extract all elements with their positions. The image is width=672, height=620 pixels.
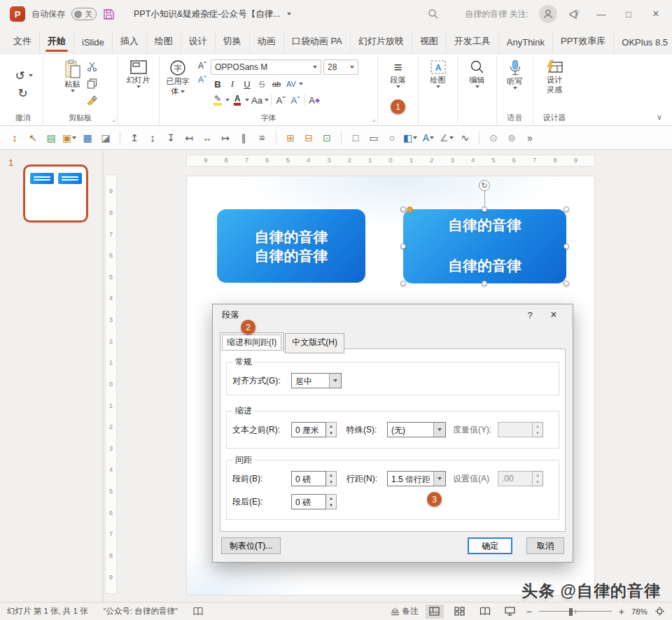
- shape-fill-icon[interactable]: ◧: [402, 130, 418, 146]
- autosave-toggle[interactable]: 关: [71, 8, 97, 20]
- tab-asian-typography[interactable]: 中文版式(H): [285, 333, 344, 353]
- paste-button[interactable]: 粘贴: [62, 58, 84, 94]
- merge-shapes-1-icon[interactable]: ⊙: [486, 130, 501, 146]
- lasso-select-icon[interactable]: ∿: [457, 130, 472, 146]
- before-text-spinner[interactable]: 0 厘米 ▲▼: [291, 422, 337, 437]
- avatar[interactable]: [539, 5, 557, 23]
- edit-button[interactable]: 编辑: [468, 58, 487, 90]
- character-spacing-dropdown-icon[interactable]: [299, 83, 303, 85]
- title-dropdown-icon[interactable]: [287, 13, 291, 15]
- before-paragraph-spinner[interactable]: 0 磅 ▲▼: [291, 471, 337, 486]
- clipboard-dialog-launcher-icon[interactable]: ⌟: [112, 115, 115, 122]
- tab-开始[interactable]: 开始: [40, 30, 74, 53]
- fit-to-window-icon[interactable]: [654, 606, 665, 617]
- bold-button[interactable]: B: [211, 77, 225, 91]
- tab-切换[interactable]: 切换: [216, 30, 250, 53]
- highlight-dropdown-icon[interactable]: [225, 99, 230, 101]
- decrease-font-button[interactable]: Aˇ: [288, 93, 302, 107]
- redo-icon[interactable]: ↻: [15, 86, 29, 101]
- ok-button[interactable]: 确定: [468, 537, 512, 554]
- tab-动画[interactable]: 动画: [250, 30, 284, 53]
- character-spacing-button[interactable]: AV: [284, 77, 298, 91]
- tab-文件[interactable]: 文件: [6, 30, 40, 53]
- font-size-combo[interactable]: 28: [323, 59, 358, 75]
- dictate-button[interactable]: 听写: [505, 58, 525, 91]
- reading-view-button[interactable]: [476, 605, 494, 619]
- used-fonts-button[interactable]: 字 已用字 体: [162, 58, 194, 97]
- resize-handle-s[interactable]: [482, 281, 487, 286]
- tab-PPT效率库[interactable]: PPT效率库: [553, 30, 614, 53]
- powerpoint-logo-icon[interactable]: P: [10, 6, 25, 22]
- normal-view-button[interactable]: [426, 605, 444, 619]
- align-left-icon[interactable]: ↤: [181, 130, 197, 146]
- close-button[interactable]: ×: [645, 3, 666, 24]
- highlight-color-button[interactable]: ✎: [211, 93, 225, 107]
- text-shape-right-selected[interactable]: 自律的音律 自律的音律: [403, 209, 566, 283]
- clear-formatting-button[interactable]: A◆: [307, 93, 321, 107]
- font-color-dropdown-icon[interactable]: [245, 99, 249, 101]
- tabs-button[interactable]: 制表位(T)...: [221, 537, 281, 554]
- resize-handle-sw[interactable]: [400, 281, 406, 286]
- paragraph-button[interactable]: ≡ 段落: [388, 58, 408, 90]
- row-height-icon[interactable]: ↕: [7, 130, 22, 146]
- tab-视图[interactable]: 视图: [412, 30, 447, 53]
- zoom-slider-handle[interactable]: [569, 608, 573, 616]
- special-combo[interactable]: (无): [387, 422, 446, 437]
- save-icon[interactable]: [103, 8, 115, 20]
- distribute-horizontal-icon[interactable]: ∥: [236, 130, 251, 146]
- search-icon[interactable]: [428, 8, 439, 20]
- collapse-ribbon-icon[interactable]: ∨: [657, 113, 662, 122]
- tab-开发工具[interactable]: 开发工具: [447, 30, 499, 53]
- notes-icon[interactable]: 备注: [391, 606, 419, 617]
- distribute-vertical-icon[interactable]: ≡: [254, 130, 270, 146]
- zoom-percentage[interactable]: 78%: [631, 607, 648, 616]
- align-center-icon[interactable]: ↔: [200, 130, 215, 146]
- draw-button[interactable]: A 绘图: [428, 58, 449, 90]
- change-case-dropdown-icon[interactable]: [265, 99, 269, 101]
- alignment-combo[interactable]: 居中: [291, 373, 342, 388]
- undo-dropdown-icon[interactable]: [29, 74, 33, 77]
- more-tools-icon[interactable]: »: [522, 130, 538, 146]
- resize-handle-se[interactable]: [564, 281, 569, 286]
- shape-ellipse-icon[interactable]: ○: [384, 130, 400, 146]
- design-ideas-button[interactable]: 设计 灵感: [543, 58, 566, 96]
- text-shape-left[interactable]: 自律的音律 自律的音律: [217, 209, 365, 283]
- copy-icon[interactable]: [85, 76, 99, 90]
- spellcheck-icon[interactable]: [193, 607, 203, 616]
- align-green-bars-icon[interactable]: ▤: [43, 130, 59, 146]
- adjust-handle[interactable]: [407, 206, 413, 213]
- format-paint-icon[interactable]: ◪: [98, 130, 113, 146]
- merge-shapes-2-icon[interactable]: ⊚: [504, 130, 519, 146]
- shape-rectangle-icon[interactable]: □: [348, 130, 363, 146]
- layout-window-icon[interactable]: ▦: [80, 130, 95, 146]
- bring-forward-icon[interactable]: ⊞: [283, 130, 298, 146]
- account-follow-text[interactable]: 自律的音律 关注:: [465, 8, 528, 20]
- tab-AnyThink[interactable]: AnyThink: [499, 32, 553, 53]
- resize-handle-e[interactable]: [564, 244, 569, 249]
- font-dialog-launcher-icon[interactable]: ⌟: [372, 115, 375, 122]
- shape-outline-icon[interactable]: ∠: [439, 130, 454, 146]
- resize-handle-ne[interactable]: [564, 206, 569, 212]
- zoom-slider[interactable]: [539, 607, 612, 617]
- tab-插入[interactable]: 插入: [113, 30, 147, 53]
- tab-绘图[interactable]: 绘图: [147, 30, 181, 53]
- minimize-button[interactable]: —: [591, 3, 612, 24]
- underline-button[interactable]: U: [240, 77, 254, 91]
- undo-icon[interactable]: ↺: [13, 69, 27, 83]
- cut-icon[interactable]: [85, 59, 99, 73]
- font-color-button[interactable]: A: [230, 93, 244, 107]
- text-box-icon[interactable]: A: [421, 130, 436, 146]
- dialog-close-button[interactable]: ×: [542, 307, 566, 323]
- resize-handle-nw[interactable]: [400, 206, 406, 212]
- align-bottom-icon[interactable]: ↧: [163, 130, 178, 146]
- tab-幻灯片放映[interactable]: 幻灯片放映: [351, 30, 412, 53]
- align-top-icon[interactable]: ↥: [127, 130, 142, 146]
- change-case-button[interactable]: Aa: [250, 93, 264, 107]
- tab-iSlide[interactable]: iSlide: [74, 32, 113, 53]
- cancel-button[interactable]: 取消: [526, 537, 564, 554]
- rotate-handle-icon[interactable]: ↻: [479, 180, 490, 191]
- placeholder-box-icon[interactable]: ▣: [62, 130, 77, 146]
- tab-设计[interactable]: 设计: [181, 30, 216, 53]
- format-painter-icon[interactable]: [85, 93, 99, 107]
- shape-rounded-rectangle-icon[interactable]: ▭: [366, 130, 382, 146]
